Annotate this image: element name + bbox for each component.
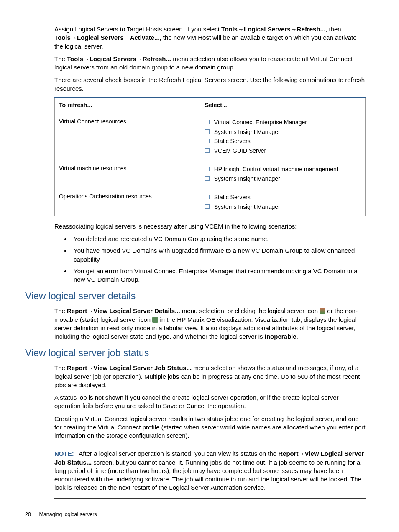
- table-row: Virtual machine resourcesHP Insight Cont…: [55, 160, 366, 188]
- list-item: You deleted and recreated a VC Domain Gr…: [71, 235, 366, 243]
- table-cell-right: Virtual Connect Enterprise ManagerSystem…: [201, 113, 366, 160]
- list-item: You get an error from Virtual Connect En…: [71, 267, 366, 284]
- note-divider-bottom: [54, 498, 366, 499]
- text: .: [297, 333, 298, 340]
- paragraph-assign: Assign Logical Servers to Target Hosts s…: [54, 25, 366, 51]
- list-item: You have moved VC Domains with upgraded …: [71, 247, 366, 264]
- paragraph-status-2: A status job is not shown if you cancel …: [54, 393, 366, 411]
- heading-view-status: View logical server job status: [25, 347, 366, 360]
- text: screen, but you cannot cancel it. Runnin…: [54, 459, 361, 491]
- checkbox-item: Virtual Connect Enterprise Manager: [205, 118, 361, 127]
- table-row: Operations Orchestration resourcesStatic…: [55, 188, 366, 216]
- table-cell-left: Virtual machine resources: [55, 160, 201, 188]
- text: The: [54, 307, 67, 314]
- logical-server-icon: [320, 308, 325, 314]
- text: menu selection, or clicking the logical …: [180, 307, 320, 314]
- table-cell-left: Virtual Connect resources: [55, 113, 201, 160]
- heading-view-details: View logical server details: [25, 290, 366, 303]
- paragraph-reassociate: The Tools→Logical Servers→Refresh... men…: [54, 55, 366, 72]
- checkbox-item: Systems Insight Manager: [205, 174, 361, 184]
- checkbox-item: Static Servers: [205, 136, 361, 146]
- note-label: NOTE:: [54, 450, 74, 457]
- footer-title: Managing logical servers: [39, 511, 97, 517]
- static-logical-server-icon: [152, 317, 158, 323]
- text: The: [54, 55, 67, 62]
- menu-path: Report→View Logical Server Job Status...: [67, 364, 192, 371]
- page-footer: 20 Managing logical servers: [25, 511, 366, 518]
- table-cell-right: Static ServersSystems Insight Manager: [201, 188, 366, 216]
- text-inoperable: inoperable: [265, 333, 297, 340]
- text: After a logical server operation is star…: [79, 450, 278, 457]
- text: , then: [325, 26, 341, 33]
- page-number: 20: [25, 511, 38, 518]
- paragraph-status-3: Creating a Virtual Connect logical serve…: [54, 415, 366, 440]
- menu-path: Tools→Logical Servers→Refresh...: [67, 55, 171, 62]
- table-header-refresh: To refresh...: [55, 98, 201, 113]
- menu-path: Report→View Logical Server Details...: [67, 307, 180, 314]
- refresh-table: To refresh... Select... Virtual Connect …: [54, 97, 366, 216]
- checkbox-item: HP Insight Control virtual machine manag…: [205, 164, 361, 174]
- checkbox-item: Systems Insight Manager: [205, 202, 361, 212]
- text: The: [54, 364, 67, 371]
- text: Assign Logical Servers to Target Hosts s…: [54, 26, 221, 33]
- menu-path: Tools→Logical Servers→Refresh...: [221, 26, 325, 33]
- paragraph-details: The Report→View Logical Server Details..…: [54, 307, 366, 341]
- table-row: Virtual Connect resourcesVirtual Connect…: [55, 113, 366, 160]
- checkbox-item: Static Servers: [205, 193, 361, 202]
- paragraph-status-1: The Report→View Logical Server Job Statu…: [54, 364, 366, 389]
- checkbox-item: Systems Insight Manager: [205, 127, 361, 137]
- scenario-list: You deleted and recreated a VC Domain Gr…: [54, 235, 366, 284]
- checkbox-item: VCEM GUID Server: [205, 146, 361, 156]
- note-paragraph: NOTE: After a logical server operation i…: [54, 450, 366, 492]
- table-cell-right: HP Insight Control virtual machine manag…: [201, 160, 366, 188]
- paragraph-checkboxes: There are several check boxes in the Ref…: [54, 76, 366, 93]
- paragraph-scenarios: Reassociating logical servers is necessa…: [54, 222, 366, 231]
- note-divider-top: [54, 446, 366, 446]
- table-cell-left: Operations Orchestration resources: [55, 188, 201, 216]
- table-header-select: Select...: [201, 98, 366, 113]
- menu-path: Tools→Logical Servers→Activate...: [54, 34, 160, 41]
